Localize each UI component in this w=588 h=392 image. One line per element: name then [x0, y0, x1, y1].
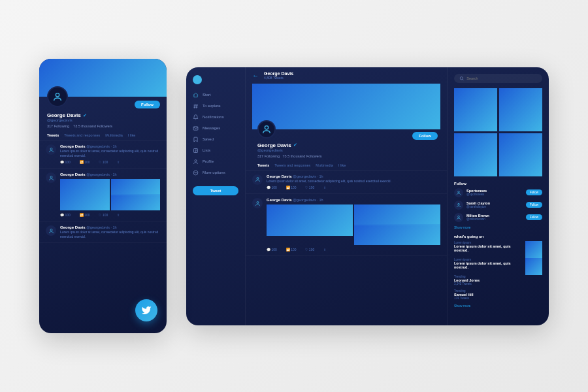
tweet-text: Lorem ipsum dolor sit amet, consectetur …	[60, 230, 160, 238]
tab-media[interactable]: Multimedia	[105, 133, 123, 137]
svg-point-10	[197, 172, 197, 173]
reply-action[interactable]: 💬 100	[267, 248, 277, 252]
page-header: ← George Davis 4,808 Tweets	[246, 67, 447, 84]
reply-action[interactable]: 💬 100	[60, 213, 71, 217]
tweet-media[interactable]	[60, 179, 160, 210]
tweet-avatar[interactable]	[46, 225, 56, 236]
media-image[interactable]	[60, 179, 110, 210]
tab-likes[interactable]: I like	[338, 163, 346, 167]
nav-start[interactable]: Start	[193, 92, 238, 98]
followers-count[interactable]: 73.5 thousand	[73, 124, 96, 128]
media-image[interactable]	[111, 179, 161, 194]
follow-panel: Follow Sportsnews@sportsnewsFollow Sarah…	[454, 182, 542, 229]
media-thumb[interactable]	[454, 88, 497, 131]
nav-explore[interactable]: To explore	[193, 103, 238, 109]
follow-suggestion[interactable]: Sarah clayton@sarahclaytonFollow	[454, 201, 542, 210]
compose-fab[interactable]	[135, 299, 157, 321]
tweet-avatar[interactable]	[252, 198, 263, 208]
like-action[interactable]: ♡ 100	[305, 186, 314, 189]
profile-banner	[39, 59, 167, 97]
follow-suggestion[interactable]: Sportsnews@sportsnewsFollow	[454, 188, 542, 197]
nav-lists[interactable]: Lists	[193, 148, 238, 154]
nav-saved[interactable]: Saved	[193, 137, 238, 142]
like-action[interactable]: ♡ 100	[99, 160, 108, 164]
tab-replies[interactable]: Tweets and responses	[64, 133, 100, 137]
tweet-item[interactable]: George Davis @georgedavis · 1h Lorem ips…	[39, 140, 167, 169]
share-action[interactable]: ⇪	[323, 186, 326, 189]
like-action[interactable]: ♡ 100	[99, 213, 108, 217]
follow-button[interactable]: Follow	[526, 202, 542, 208]
tweet-item[interactable]: George Davis @georgedavis · 1h Lorem ips…	[39, 221, 167, 243]
tab-tweets[interactable]: Tweets	[47, 133, 59, 137]
follow-button[interactable]: Follow	[412, 132, 438, 140]
tweet-author: George Davis	[60, 172, 86, 176]
media-thumb[interactable]	[499, 88, 542, 131]
verified-icon: ✔	[83, 113, 87, 118]
media-image[interactable]	[354, 204, 440, 224]
tweet-item[interactable]: George Davis @georgedavis · 1h 💬 100 🔁 1…	[39, 169, 167, 221]
retweet-action[interactable]: 🔁 100	[286, 248, 297, 252]
nav-profile[interactable]: Profile	[193, 159, 238, 165]
tweet-avatar[interactable]	[252, 174, 263, 185]
header-tweet-count: 4,808 Tweets	[264, 76, 293, 80]
tweet-item[interactable]: George Davis @georgedavis · 1h 💬 100 🔁 1…	[246, 194, 447, 256]
show-more-link[interactable]: Show more	[454, 225, 542, 229]
profile-avatar[interactable]	[47, 86, 68, 107]
follow-button[interactable]: Follow	[526, 189, 542, 195]
tab-tweets[interactable]: Tweets	[257, 163, 269, 167]
trend-item[interactable]: TrendingLeonard Jones3,245 Tweets	[454, 275, 542, 286]
svg-point-2	[50, 176, 52, 178]
trends-panel: what's going on Lorem ipsumLorem ipsum d…	[454, 235, 542, 308]
profile-avatar[interactable]	[257, 120, 276, 139]
followers-label: Followers	[97, 124, 112, 128]
retweet-action[interactable]: 🔁 100	[80, 213, 90, 217]
reply-action[interactable]: 💬 100	[60, 160, 71, 164]
tweet-author: George Davis	[60, 144, 86, 148]
tweet-avatar[interactable]	[46, 144, 56, 155]
nav-more[interactable]: More options	[193, 170, 238, 176]
tweet-avatar[interactable]	[46, 172, 56, 183]
profile-name: George Davis	[257, 142, 291, 148]
follow-suggestion[interactable]: Milton Brown@miltonbrownFollow	[454, 213, 542, 222]
share-action[interactable]: ⇪	[117, 213, 120, 217]
media-thumb[interactable]	[454, 133, 497, 176]
following-count[interactable]: 317	[47, 124, 53, 128]
retweet-action[interactable]: 🔁 100	[286, 186, 297, 189]
profile-banner	[252, 84, 440, 129]
trend-item[interactable]: Lorem ipsumLorem ipsum dolor sit amet, q…	[454, 241, 521, 254]
tab-likes[interactable]: I like	[128, 133, 135, 137]
like-action[interactable]: ♡ 100	[305, 248, 314, 252]
follow-button[interactable]: Follow	[135, 101, 160, 108]
phone-mockup: Follow George Davis ✔ @georgedavis 317 F…	[39, 59, 167, 333]
following-count[interactable]: 317	[257, 154, 263, 158]
media-thumb[interactable]	[499, 133, 542, 176]
media-image[interactable]	[354, 225, 440, 245]
trend-item[interactable]: TrendingSamuel Hill174 Tweets	[454, 289, 542, 300]
trend-item[interactable]: Lorem ipsumLorem ipsum dolor sit amet, q…	[454, 258, 521, 271]
follow-panel-title: Follow	[454, 182, 542, 186]
nav-messages[interactable]: Messages	[193, 125, 238, 131]
share-action[interactable]: ⇪	[117, 160, 120, 164]
trend-thumb[interactable]	[525, 241, 542, 258]
tweet-item[interactable]: George Davis @georgedavis · 1h Lorem ips…	[246, 171, 447, 195]
show-more-link[interactable]: Show more	[454, 304, 542, 308]
tweet-button[interactable]: Tweet	[193, 186, 238, 195]
trend-thumb[interactable]	[525, 258, 542, 275]
search-input[interactable]	[466, 76, 537, 80]
nav-notifications[interactable]: Notifications	[193, 114, 238, 120]
search-bar[interactable]	[454, 74, 542, 83]
media-image[interactable]	[267, 204, 353, 236]
back-icon[interactable]: ←	[252, 72, 259, 79]
reply-action[interactable]: 💬 100	[267, 186, 277, 189]
app-logo[interactable]	[193, 75, 202, 84]
followers-count[interactable]: 73.5 thousand	[283, 154, 306, 158]
profile-tabs: Tweets Tweets and responses Multimedia I…	[39, 131, 167, 140]
follow-button[interactable]: Follow	[526, 214, 542, 220]
profile-name: George Davis	[47, 112, 81, 118]
media-image[interactable]	[111, 195, 161, 210]
svg-point-12	[257, 178, 259, 180]
tab-media[interactable]: Multimedia	[316, 163, 333, 167]
share-action[interactable]: ⇪	[323, 248, 326, 252]
retweet-action[interactable]: 🔁 100	[80, 160, 90, 164]
tab-replies[interactable]: Tweets and responses	[274, 163, 310, 167]
